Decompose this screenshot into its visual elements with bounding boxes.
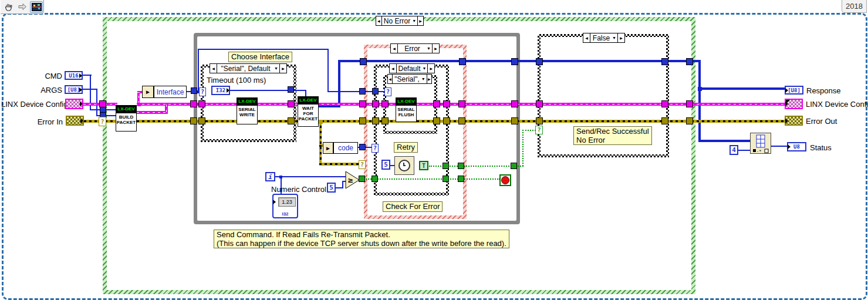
- tunnel[interactable]: [511, 58, 518, 65]
- tunnel[interactable]: [536, 100, 543, 107]
- tunnel[interactable]: [190, 100, 197, 107]
- tunnel[interactable]: [443, 163, 449, 169]
- next-case-icon[interactable]: ▶: [617, 33, 624, 42]
- wire[interactable]: [327, 49, 329, 92]
- tunnel[interactable]: [511, 163, 517, 169]
- unbundle-arrow-icon[interactable]: ►: [142, 86, 154, 98]
- tunnel[interactable]: [372, 117, 379, 124]
- tunnel[interactable]: [372, 100, 379, 107]
- case-selector-terminal[interactable]: ?: [371, 144, 379, 153]
- next-case-icon[interactable]: ▶: [432, 44, 439, 53]
- tunnel[interactable]: [288, 117, 295, 124]
- threshold-constant[interactable]: 5: [327, 183, 336, 193]
- tunnel[interactable]: [359, 100, 366, 107]
- tunnel[interactable]: [190, 117, 197, 124]
- build-packet-subvi[interactable]: LX-DEV BUILDPACKET: [116, 105, 137, 132]
- tunnel[interactable]: [99, 100, 106, 107]
- tunnel[interactable]: [288, 86, 294, 93]
- true-constant[interactable]: T: [419, 161, 428, 170]
- tunnel[interactable]: [381, 100, 389, 107]
- greater-or-equal-node[interactable]: ≥: [345, 171, 360, 191]
- next-case-icon[interactable]: ▶: [417, 16, 423, 25]
- wire[interactable]: [698, 87, 785, 90]
- tunnel[interactable]: [443, 100, 450, 107]
- linx-config-in-terminal[interactable]: [65, 99, 83, 109]
- tunnel[interactable]: [536, 117, 543, 124]
- error-out-terminal[interactable]: [785, 116, 803, 126]
- tunnel[interactable]: [458, 163, 464, 169]
- wire[interactable]: [319, 163, 360, 166]
- case-dropdown-icon[interactable]: ▼: [274, 66, 278, 70]
- unbundle-interface-field[interactable]: Interface: [154, 86, 187, 98]
- tunnel[interactable]: [458, 176, 464, 182]
- unbundle-code-field[interactable]: code: [333, 142, 358, 154]
- tunnel[interactable]: [381, 117, 389, 124]
- case-selector-terminal[interactable]: ?: [535, 126, 543, 134]
- tunnel[interactable]: [433, 117, 440, 124]
- prev-case-icon[interactable]: ◀: [376, 16, 382, 25]
- serial-write-subvi[interactable]: LX-DEV SERIALWRITE: [237, 97, 258, 124]
- tunnel[interactable]: [661, 100, 668, 107]
- case-selector-terminal[interactable]: ?: [99, 117, 106, 126]
- wire[interactable]: [338, 60, 340, 107]
- tunnel[interactable]: [360, 58, 367, 65]
- next-case-icon[interactable]: ▶: [427, 75, 431, 83]
- tunnel[interactable]: [198, 117, 205, 124]
- wait-for-packet-subvi[interactable]: LX-DEV WAITFORPACKET: [298, 96, 319, 127]
- tunnel[interactable]: [661, 58, 668, 65]
- error-in-terminal[interactable]: [66, 116, 84, 126]
- tunnel[interactable]: [359, 88, 366, 95]
- index-constant[interactable]: 4: [729, 145, 738, 155]
- args-control-terminal[interactable]: [U8]: [65, 85, 83, 94]
- tunnel[interactable]: [359, 144, 366, 150]
- unbundle-arrow-icon[interactable]: ►: [323, 142, 333, 154]
- next-case-icon[interactable]: ▶: [427, 64, 434, 73]
- wait-ms-icon[interactable]: [394, 156, 414, 175]
- case-dropdown-icon[interactable]: ▼: [427, 46, 431, 50]
- loop-condition-stop-terminal[interactable]: [499, 174, 511, 186]
- tunnel[interactable]: [511, 100, 518, 107]
- case-selector-terminal[interactable]: ?: [384, 87, 391, 96]
- case-dropdown-icon[interactable]: ▼: [612, 36, 616, 40]
- prev-case-icon[interactable]: ◀: [210, 64, 217, 73]
- tunnel[interactable]: [511, 117, 518, 124]
- wire[interactable]: [698, 140, 750, 142]
- serial-flush-subvi[interactable]: LX-DEV SERIALFLUSH: [396, 97, 417, 122]
- wire[interactable]: [230, 90, 306, 91]
- tunnel[interactable]: [686, 58, 693, 65]
- error-case-selector[interactable]: ◀ Error ▼ ▶: [390, 43, 440, 53]
- tunnel[interactable]: [191, 87, 197, 94]
- select-arrow-icon[interactable]: [16, 2, 28, 12]
- case-dropdown-icon[interactable]: ▼: [412, 19, 416, 23]
- snippet-tool-icon[interactable]: [30, 1, 43, 13]
- tunnel[interactable]: [536, 58, 543, 65]
- prev-case-icon[interactable]: ◀: [583, 33, 590, 42]
- prev-case-icon[interactable]: ◀: [390, 64, 397, 73]
- linx-config-out-terminal[interactable]: [785, 99, 803, 109]
- numeric-control-terminal[interactable]: 1.23 I32: [272, 194, 298, 218]
- loop-iteration-terminal[interactable]: i: [265, 172, 275, 181]
- status-indicator-terminal[interactable]: U8: [787, 142, 806, 151]
- tunnel[interactable]: [686, 100, 693, 107]
- index-array-node[interactable]: .+: [750, 133, 771, 156]
- case-selector-terminal[interactable]: ?: [199, 87, 206, 96]
- wire[interactable]: [319, 122, 322, 165]
- tunnel[interactable]: [686, 117, 693, 124]
- tunnel[interactable]: [359, 117, 366, 124]
- cmd-control-terminal[interactable]: U16: [65, 71, 83, 80]
- tunnel[interactable]: [433, 100, 440, 107]
- result-case-selector[interactable]: ◀ False ▼ ▶: [583, 33, 625, 43]
- next-case-icon[interactable]: ▶: [279, 64, 286, 73]
- tunnel[interactable]: [661, 117, 668, 124]
- timeout-constant[interactable]: I32: [211, 86, 230, 95]
- tunnel[interactable]: [443, 117, 450, 124]
- wire[interactable]: [522, 130, 523, 166]
- wire[interactable]: [738, 150, 750, 151]
- tunnel[interactable]: [459, 58, 466, 65]
- choose-interface-case-selector[interactable]: ◀ "Serial", Default ▼ ▶: [210, 63, 287, 73]
- wire[interactable]: [275, 176, 346, 177]
- tunnel[interactable]: [458, 117, 465, 124]
- tunnel[interactable]: [443, 176, 449, 182]
- wire[interactable]: [338, 60, 701, 62]
- prev-case-icon[interactable]: ◀: [391, 44, 398, 53]
